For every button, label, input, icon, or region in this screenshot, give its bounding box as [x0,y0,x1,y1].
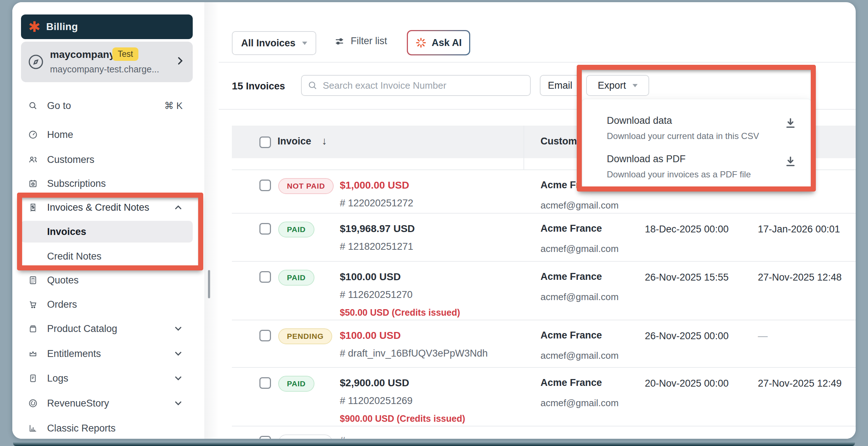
menu-item-subtitle: Download your invoices as a PDF file [607,169,751,180]
menu-item-title: Download as PDF [607,153,686,165]
table-row[interactable]: PENDING $100.00 USD # draft_inv_16BfUQV3… [232,320,856,368]
caret-down-icon [633,84,638,87]
row-checkbox[interactable] [259,436,271,439]
table-row[interactable]: PAID $2,900.00 USD # 112020251269 $900.0… [232,368,856,426]
menu-item-download-data[interactable]: Download data Download your current data… [582,109,811,149]
invoice-amount: $1,000.00 USD [340,180,409,191]
sidebar-item-logs[interactable]: Logs [21,366,193,390]
sidebar-item-label: Credit Notes [47,251,101,262]
sidebar-item-subscriptions[interactable]: Subscriptions [21,172,193,195]
export-dropdown-menu: Download data Download your current data… [582,99,811,189]
email-button[interactable]: Email [540,75,580,96]
goto-label: Go to [47,100,71,112]
test-badge: Test [112,47,138,61]
ai-sparkle-icon [415,37,427,49]
sidebar-scrollbar[interactable] [208,270,210,298]
subscriptions-icon [28,179,38,188]
column-header-customer[interactable]: Customer [541,136,586,147]
menu-item-download-pdf[interactable]: Download as PDF Download your invoices a… [582,148,811,188]
status-badge: NOT PAID [278,178,334,194]
home-icon [28,130,38,139]
sidebar-item-product-catalog[interactable]: Product Catalog [21,317,193,341]
invoice-date: 26-Nov-2025 15:55 [645,272,729,283]
invoice-amount: $100.00 USD [340,271,401,283]
row-checkbox[interactable] [259,330,271,341]
sidebar-shadow [204,2,219,439]
filter-list-button[interactable]: Filter list [334,35,387,47]
invoice-date: 18-Dec-2025 00:00 [645,224,729,235]
invoice-search[interactable] [301,75,531,96]
status-badge: PAID [278,270,314,286]
sidebar-item-revenuestory[interactable]: RevenueStory [21,391,193,415]
sidebar-item-quotes[interactable]: Quotes [21,268,193,292]
app-window: ✱ Billing maycompany Test maycompany-tes… [12,2,856,439]
due-date: 17-Jan-2026 00:01 [758,224,840,235]
chevron-down-icon[interactable] [173,398,183,408]
sidebar-item-label: RevenueStory [47,398,109,409]
invoice-amount: $19,968.97 USD [340,223,415,235]
view-scope-dropdown[interactable]: All Invoices [232,31,316,55]
sidebar-item-orders[interactable]: Orders [21,293,193,316]
site-selector[interactable]: maycompany Test maycompany-test.charge..… [21,42,193,82]
invoice-amount: $100.00 USD [340,330,401,341]
invoice-number: # 112620251270 [340,289,413,300]
table-row[interactable]: # [232,426,856,439]
ask-ai-button[interactable]: Ask AI [407,30,470,55]
sidebar-item-customers[interactable]: Customers [21,148,193,172]
invoice-number: # [340,435,345,439]
invoice-count-suffix: Invoices [246,81,285,92]
row-checkbox[interactable] [259,377,271,389]
goto-shortcut: ⌘ K [164,100,183,112]
window-bottom-edge [13,442,855,446]
export-button[interactable]: Export [586,75,649,96]
status-badge: PAID [278,222,314,237]
sidebar-item-classic-reports[interactable]: Classic Reports [21,416,193,439]
sidebar-item-invoices-credit-notes[interactable]: Invoices & Credit Notes [21,195,193,219]
invoice-number: # 112020251269 [340,395,413,407]
chevron-down-icon[interactable] [173,349,183,359]
row-checkbox[interactable] [259,223,271,235]
site-domain: maycompany-test.charge... [50,64,159,75]
app-switcher[interactable]: ✱ Billing [21,14,193,39]
column-header-invoice[interactable]: Invoice [277,136,311,147]
status-badge [278,434,333,439]
sidebar-item-entitlements[interactable]: Entitlements [21,342,193,366]
sidebar-item-invoices[interactable]: Invoices [21,221,193,243]
menu-item-subtitle: Download your current data in this CSV [607,131,759,141]
sidebar-item-home[interactable]: Home [21,123,193,147]
chevron-down-icon[interactable] [173,324,183,334]
chevron-up-icon[interactable] [173,202,183,213]
toolbar-divider [219,62,856,63]
credits-issued-note: $900.00 USD (Credits issued) [340,413,465,424]
app-title: Billing [46,21,78,33]
search-input[interactable] [323,80,524,91]
desktop-background: ✱ Billing maycompany Test maycompany-tes… [0,0,868,446]
customer-email: acmef@gmail.com [541,350,619,361]
quotes-icon [28,275,38,285]
chevron-right-icon [175,55,185,66]
due-date: — [758,331,768,342]
sidebar: ✱ Billing maycompany Test maycompany-tes… [12,2,204,439]
download-icon [784,155,797,169]
sidebar-item-credit-notes[interactable]: Credit Notes [21,244,193,268]
sort-desc-icon[interactable]: ↓ [322,135,327,147]
chevron-down-icon[interactable] [173,373,183,383]
customers-icon [28,155,38,164]
customer-email: acmef@gmail.com [541,243,619,254]
chargebee-logo-icon: ✱ [28,20,41,34]
customer-name: Acme France [541,377,602,388]
select-all-checkbox[interactable] [259,136,271,148]
site-name: maycompany [50,49,115,60]
customer-name: Acme France [541,223,602,234]
goto-search[interactable]: Go to ⌘ K [21,94,193,118]
table-row[interactable]: PAID $19,968.97 USD # 121820251271 Acme … [232,214,856,262]
sidebar-item-label: Subscriptions [47,178,106,189]
customer-email: acmef@gmail.com [541,200,619,211]
table-row[interactable]: PAID $100.00 USD # 112620251270 $50.00 U… [232,262,856,320]
row-checkbox[interactable] [259,180,271,191]
sidebar-item-label: Home [47,129,73,140]
due-date: 27-Nov-2025 12:49 [758,378,842,389]
row-checkbox[interactable] [259,271,271,283]
logs-document-icon [28,374,38,383]
email-button-label: Email [548,80,572,91]
